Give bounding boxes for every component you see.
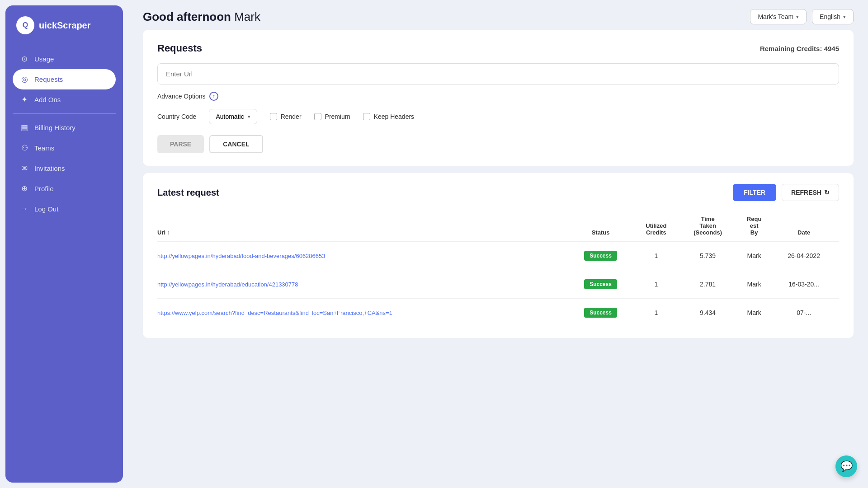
cell-credits: 1 [636, 242, 681, 270]
action-buttons: PARSE CANCEL [157, 135, 839, 153]
col-request-by: RequestBy [740, 210, 774, 242]
logo-text: uickScraper [39, 20, 91, 31]
greeting: Good afternoon Mark [143, 10, 260, 24]
render-checkbox-group: Render [270, 113, 302, 120]
keep-headers-checkbox[interactable] [363, 113, 370, 120]
sidebar-divider [13, 113, 116, 114]
filter-button[interactable]: FILTER [733, 184, 776, 201]
sidebar-item-label: Usage [34, 55, 54, 63]
chat-bubble[interactable]: 💬 [835, 455, 857, 477]
header-controls: Mark's Team ▾ English ▾ [750, 9, 854, 24]
cell-time: 5.739 [681, 242, 740, 270]
col-credits: UtilizedCredits [636, 210, 681, 242]
requests-title: Requests [157, 42, 202, 54]
sidebar-item-logout[interactable]: → Log Out [13, 199, 116, 219]
cell-time: 2.781 [681, 270, 740, 299]
sidebar-item-requests[interactable]: ◎ Requests [13, 69, 116, 89]
content-area: Requests Remaining Credits: 4945 Advance… [128, 30, 868, 488]
status-badge: Success [584, 308, 617, 318]
premium-checkbox[interactable] [314, 113, 321, 120]
cell-credits: 1 [636, 270, 681, 299]
render-checkbox[interactable] [270, 113, 277, 120]
cell-status: Success [571, 299, 637, 327]
requests-table: Url ↑ Status UtilizedCredits TimeTaken(S… [157, 210, 839, 327]
teams-icon: ⚇ [20, 143, 29, 153]
sidebar-item-teams[interactable]: ⚇ Teams [13, 138, 116, 158]
chevron-down-icon: ▾ [248, 114, 250, 120]
addons-icon: ✦ [20, 95, 29, 104]
latest-request-header: Latest request FILTER REFRESH ↻ [157, 184, 839, 201]
usage-icon: ⊙ [20, 54, 29, 64]
col-status: Status [571, 210, 637, 242]
table-row: http://yellowpages.in/hyderabad/food-and… [157, 242, 839, 270]
cancel-button[interactable]: CANCEL [209, 135, 263, 153]
advance-options-label: Advance Options [157, 93, 206, 100]
url-link[interactable]: http://yellowpages.in/hyderabad/food-and… [157, 253, 326, 259]
sidebar-item-profile[interactable]: ⊕ Profile [13, 178, 116, 199]
table-header: Url ↑ Status UtilizedCredits TimeTaken(S… [157, 210, 839, 242]
sidebar-item-billing[interactable]: ▤ Billing History [13, 117, 116, 138]
cell-request-by: Mark [740, 242, 774, 270]
chevron-down-icon: ▾ [796, 14, 799, 20]
cell-date: 26-04-2022 [774, 242, 839, 270]
billing-icon: ▤ [20, 123, 29, 132]
sidebar: Q uickScraper ⊙ Usage ◎ Requests ✦ Add O… [5, 5, 123, 483]
refresh-button[interactable]: REFRESH ↻ [782, 184, 839, 201]
sidebar-item-label: Log Out [34, 205, 58, 213]
premium-label: Premium [325, 113, 350, 120]
invitations-icon: ✉ [20, 164, 29, 173]
table-row: https://www.yelp.com/search?find_desc=Re… [157, 299, 839, 327]
language-dropdown[interactable]: English ▾ [812, 9, 854, 24]
sidebar-nav: ⊙ Usage ◎ Requests ✦ Add Ons ▤ Billing H… [13, 49, 116, 219]
sidebar-item-label: Invitations [34, 164, 65, 172]
status-badge: Success [584, 279, 617, 289]
sidebar-item-label: Requests [34, 75, 63, 83]
sidebar-item-label: Billing History [34, 124, 75, 131]
keep-headers-checkbox-group: Keep Headers [363, 113, 415, 120]
latest-request-card: Latest request FILTER REFRESH ↻ Url ↑ S [143, 173, 854, 338]
sidebar-item-label: Profile [34, 185, 54, 192]
url-input[interactable] [157, 63, 839, 84]
cell-url: http://yellowpages.in/hyderabad/educatio… [157, 270, 571, 299]
latest-actions: FILTER REFRESH ↻ [733, 184, 839, 201]
parse-button[interactable]: PARSE [157, 135, 204, 153]
status-badge: Success [584, 251, 617, 261]
cell-request-by: Mark [740, 299, 774, 327]
logo: Q uickScraper [13, 16, 116, 34]
logout-icon: → [20, 204, 29, 213]
advance-options-icon[interactable]: ↑ [209, 92, 218, 101]
main-content: Good afternoon Mark Mark's Team ▾ Englis… [128, 0, 868, 488]
col-date: Date [774, 210, 839, 242]
url-link[interactable]: https://www.yelp.com/search?find_desc=Re… [157, 310, 392, 316]
latest-request-title: Latest request [157, 188, 219, 198]
url-link[interactable]: http://yellowpages.in/hyderabad/educatio… [157, 281, 298, 288]
cell-credits: 1 [636, 299, 681, 327]
sidebar-item-addons[interactable]: ✦ Add Ons [13, 89, 116, 110]
advance-options-row: Advance Options ↑ [157, 92, 839, 101]
keep-headers-label: Keep Headers [374, 113, 415, 120]
cell-time: 9.434 [681, 299, 740, 327]
sidebar-item-label: Add Ons [34, 96, 61, 103]
country-code-label: Country Code [157, 113, 196, 120]
sidebar-item-label: Teams [34, 144, 54, 152]
team-dropdown[interactable]: Mark's Team ▾ [750, 9, 807, 24]
profile-icon: ⊕ [20, 184, 29, 193]
requests-card-header: Requests Remaining Credits: 4945 [157, 42, 839, 54]
cell-date: 16-03-20... [774, 270, 839, 299]
sidebar-item-usage[interactable]: ⊙ Usage [13, 49, 116, 69]
col-url: Url ↑ [157, 210, 571, 242]
header: Good afternoon Mark Mark's Team ▾ Englis… [128, 0, 868, 30]
remaining-credits: Remaining Credits: 4945 [760, 45, 839, 52]
cell-request-by: Mark [740, 270, 774, 299]
requests-card: Requests Remaining Credits: 4945 Advance… [143, 30, 854, 166]
premium-checkbox-group: Premium [314, 113, 350, 120]
country-code-select[interactable]: Automatic ▾ [209, 109, 257, 124]
sidebar-item-invitations[interactable]: ✉ Invitations [13, 158, 116, 178]
logo-icon: Q [16, 16, 34, 34]
chevron-down-icon: ▾ [843, 14, 846, 20]
refresh-icon: ↻ [824, 189, 830, 196]
cell-date: 07-... [774, 299, 839, 327]
cell-url: https://www.yelp.com/search?find_desc=Re… [157, 299, 571, 327]
cell-url: http://yellowpages.in/hyderabad/food-and… [157, 242, 571, 270]
requests-icon: ◎ [20, 75, 29, 84]
